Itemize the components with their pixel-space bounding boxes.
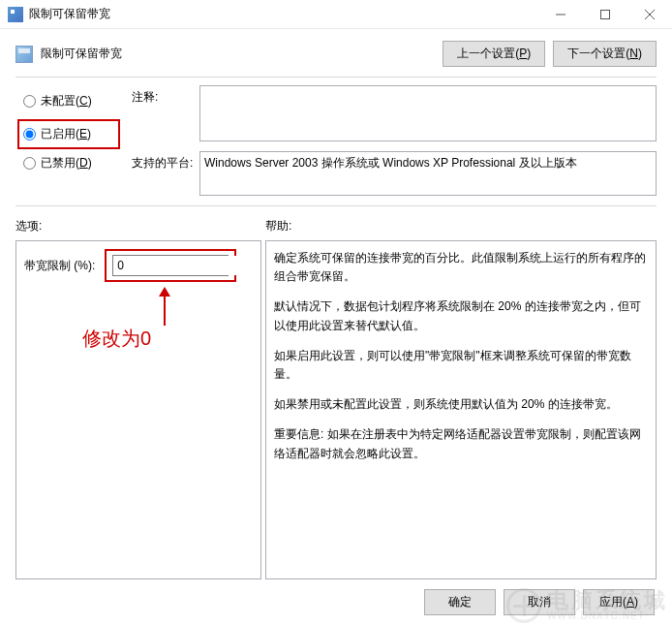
maximize-button[interactable]	[583, 0, 627, 29]
window-controls	[538, 0, 672, 28]
labels-row: 选项: 帮助:	[0, 206, 672, 240]
next-setting-button[interactable]: 下一个设置(N)	[553, 41, 657, 67]
header-row: 限制可保留带宽 上一个设置(P) 下一个设置(N)	[0, 29, 672, 77]
config-area: 未配置(C) 已启用(E) 已禁用(D) 注释: 支持的平台: Windows …	[0, 78, 672, 205]
radio-not-configured-label: 未配置(C)	[41, 93, 92, 109]
close-button[interactable]	[627, 0, 672, 29]
radio-enabled-input[interactable]	[23, 128, 36, 141]
app-icon	[8, 7, 23, 22]
help-p4: 如果禁用或未配置此设置，则系统使用默认值为 20% 的连接带宽。	[274, 395, 648, 414]
comment-textarea[interactable]	[199, 85, 657, 141]
comment-row: 注释:	[132, 85, 657, 141]
radio-disabled[interactable]: 已禁用(D)	[23, 155, 120, 172]
titlebar: 限制可保留带宽	[0, 0, 672, 29]
radio-disabled-label: 已禁用(D)	[41, 155, 92, 172]
bandwidth-input[interactable]	[113, 256, 261, 275]
page-title: 限制可保留带宽	[41, 46, 443, 62]
bandwidth-label: 带宽限制 (%):	[24, 258, 95, 274]
radio-not-configured[interactable]: 未配置(C)	[23, 93, 120, 109]
bandwidth-row: 带宽限制 (%): ▲ ▼	[24, 249, 253, 282]
cancel-button[interactable]: 取消	[504, 589, 575, 615]
options-label: 选项:	[15, 218, 265, 234]
footer-buttons: 确定 取消 应用(A)	[424, 589, 655, 615]
policy-icon	[15, 46, 33, 63]
close-icon	[645, 10, 655, 19]
minimize-icon	[556, 10, 565, 19]
bandwidth-highlight: ▲ ▼	[105, 249, 236, 282]
minimize-button[interactable]	[538, 0, 583, 29]
window-title: 限制可保留带宽	[29, 6, 538, 22]
radio-disabled-input[interactable]	[23, 157, 36, 170]
radio-enabled[interactable]: 已启用(E)	[17, 119, 120, 149]
nav-buttons: 上一个设置(P) 下一个设置(N)	[443, 41, 657, 67]
radio-not-configured-input[interactable]	[23, 95, 36, 108]
platform-label: 支持的平台:	[132, 151, 199, 196]
svg-rect-1	[601, 11, 610, 19]
help-p2: 默认情况下，数据包计划程序将系统限制在 20% 的连接带宽之内，但可以使用此设置…	[274, 297, 648, 334]
help-pane[interactable]: 确定系统可保留的连接带宽的百分比。此值限制系统上运行的所有程序的组合带宽保留。 …	[265, 240, 657, 579]
help-p1: 确定系统可保留的连接带宽的百分比。此值限制系统上运行的所有程序的组合带宽保留。	[274, 249, 648, 286]
help-p3: 如果启用此设置，则可以使用"带宽限制"框来调整系统可保留的带宽数量。	[274, 347, 648, 384]
ok-button[interactable]: 确定	[424, 589, 496, 615]
platform-row: 支持的平台: Windows Server 2003 操作系统或 Windows…	[132, 151, 657, 196]
radio-enabled-label: 已启用(E)	[41, 126, 91, 142]
help-label: 帮助:	[265, 218, 291, 234]
main-split: 带宽限制 (%): ▲ ▼ 确定系统可保留的连接带宽的百分比。此值限制系统上运行…	[0, 240, 672, 579]
platform-box[interactable]: Windows Server 2003 操作系统或 Windows XP Pro…	[199, 151, 657, 196]
right-fields: 注释: 支持的平台: Windows Server 2003 操作系统或 Win…	[132, 85, 657, 205]
apply-button[interactable]: 应用(A)	[583, 589, 655, 615]
maximize-icon	[600, 10, 610, 19]
options-pane: 带宽限制 (%): ▲ ▼	[15, 240, 261, 579]
help-p5: 重要信息: 如果在注册表中为特定网络适配器设置带宽限制，则配置该网络适配器时就会…	[274, 425, 648, 462]
radio-column: 未配置(C) 已启用(E) 已禁用(D)	[23, 85, 120, 205]
bandwidth-spinner[interactable]: ▲ ▼	[112, 255, 229, 276]
comment-label: 注释:	[132, 85, 199, 141]
prev-setting-button[interactable]: 上一个设置(P)	[443, 41, 545, 67]
